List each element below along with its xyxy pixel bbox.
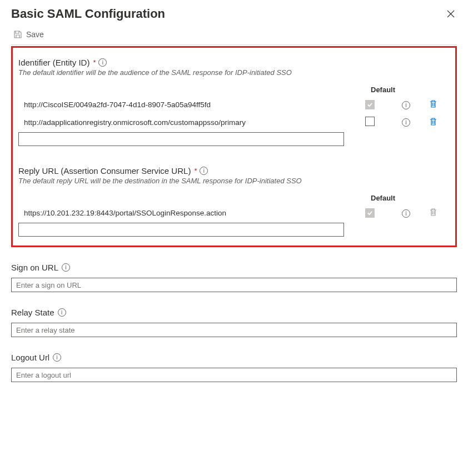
info-icon[interactable]: i: [98, 58, 107, 67]
trash-icon: [429, 99, 437, 108]
relay-section: Relay State i: [11, 308, 457, 337]
identifier-label-row: Identifier (Entity ID) * i: [18, 58, 450, 67]
replyurl-row: https://10.201.232.19:8443/portal/SSOLog…: [18, 204, 450, 222]
replyurl-label: Reply URL (Assertion Consumer Service UR…: [18, 166, 191, 176]
logout-label: Logout Url: [11, 353, 49, 362]
toolbar: Save: [11, 24, 457, 45]
signon-label-row: Sign on URL i: [11, 263, 457, 272]
close-icon: [447, 10, 455, 18]
default-column-header: Default: [371, 86, 407, 94]
checkmark-icon: [367, 210, 373, 216]
save-button[interactable]: Save: [11, 29, 46, 40]
checkmark-icon: [367, 102, 373, 108]
identifier-section: Identifier (Entity ID) * i The default i…: [18, 58, 450, 146]
trash-icon: [429, 117, 437, 126]
highlighted-region: Identifier (Entity ID) * i The default i…: [11, 46, 457, 247]
save-button-label: Save: [26, 30, 44, 39]
default-checkbox[interactable]: [365, 100, 375, 109]
replyurl-add-row: [18, 223, 450, 237]
logout-label-row: Logout Url i: [11, 353, 457, 362]
signon-section: Sign on URL i: [11, 263, 457, 292]
relay-label-row: Relay State i: [11, 308, 457, 317]
info-icon[interactable]: i: [53, 353, 61, 362]
panel-header: Basic SAML Configuration: [11, 7, 457, 21]
replyurl-table-header: Default: [18, 194, 450, 202]
replyurl-description: The default reply URL will be the destin…: [18, 177, 450, 185]
info-icon[interactable]: i: [402, 209, 410, 218]
info-icon[interactable]: i: [402, 101, 410, 109]
close-button[interactable]: [445, 8, 457, 20]
default-checkbox[interactable]: [365, 208, 375, 218]
identifier-row: http://CiscoISE/0049a2fd-7047-4d1d-8907-…: [18, 96, 450, 113]
panel-title: Basic SAML Configuration: [11, 7, 165, 21]
signon-label: Sign on URL: [11, 263, 58, 272]
delete-button[interactable]: [429, 119, 437, 128]
identifier-row: http://adapplicationregistry.onmicrosoft…: [18, 113, 450, 131]
signon-input[interactable]: [11, 278, 457, 292]
default-column-header: Default: [371, 194, 407, 202]
required-indicator: *: [194, 167, 197, 175]
delete-button[interactable]: [429, 210, 437, 218]
identifier-new-input[interactable]: [18, 132, 344, 146]
replyurl-section: Reply URL (Assertion Consumer Service UR…: [18, 166, 450, 237]
identifier-url: http://CiscoISE/0049a2fd-7047-4d1d-8907-…: [24, 101, 365, 109]
info-icon[interactable]: i: [58, 308, 66, 317]
replyurl-label-row: Reply URL (Assertion Consumer Service UR…: [18, 166, 450, 176]
identifier-add-row: [18, 132, 450, 146]
info-icon[interactable]: i: [402, 118, 410, 127]
default-checkbox[interactable]: [365, 117, 375, 126]
identifier-url: http://adapplicationregistry.onmicrosoft…: [24, 118, 365, 127]
relay-label: Relay State: [11, 308, 54, 317]
delete-button[interactable]: [429, 102, 437, 110]
identifier-table-header: Default: [18, 86, 450, 94]
identifier-label: Identifier (Entity ID): [18, 58, 89, 67]
required-indicator: *: [93, 58, 96, 67]
relay-input[interactable]: [11, 323, 457, 337]
info-icon[interactable]: i: [200, 167, 208, 175]
info-icon[interactable]: i: [62, 263, 70, 272]
trash-icon: [429, 208, 437, 217]
identifier-description: The default identifier will be the audie…: [18, 68, 450, 77]
logout-section: Logout Url i: [11, 353, 457, 382]
replyurl-new-input[interactable]: [18, 223, 344, 237]
save-icon: [13, 30, 22, 39]
logout-input[interactable]: [11, 368, 457, 382]
replyurl-url: https://10.201.232.19:8443/portal/SSOLog…: [24, 209, 365, 217]
